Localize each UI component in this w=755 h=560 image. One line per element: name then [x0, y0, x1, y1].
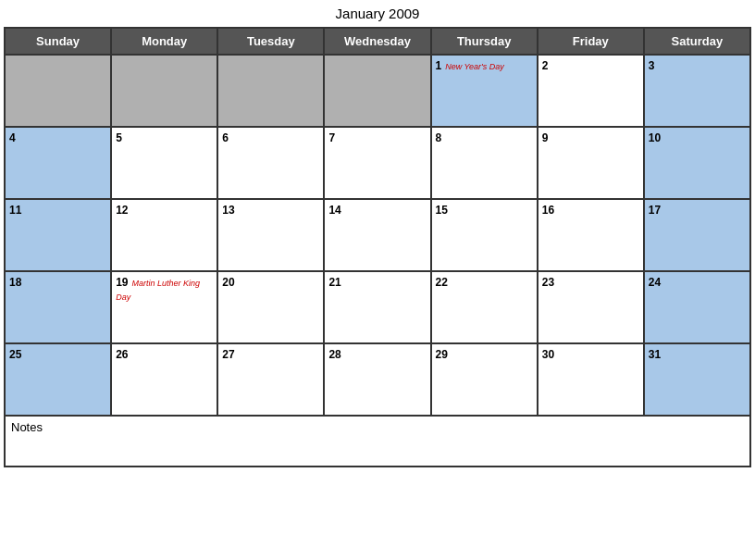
- day-number: 26: [116, 348, 128, 361]
- notes-label: Notes: [11, 420, 43, 434]
- day-cell: 18: [5, 271, 111, 343]
- day-number: 22: [436, 276, 448, 289]
- day-number: 12: [116, 204, 128, 217]
- day-cell: 11: [5, 199, 111, 271]
- holiday-label: New Year's Day: [445, 62, 504, 71]
- day-number: 18: [9, 276, 21, 289]
- day-cell: 4: [5, 127, 111, 199]
- day-cell: 25: [5, 343, 111, 416]
- day-number: 3: [649, 59, 655, 72]
- day-cell: 10: [644, 127, 750, 199]
- day-number: 8: [436, 131, 442, 144]
- day-number: 17: [649, 204, 661, 217]
- day-cell: 31: [644, 343, 750, 416]
- header-row: SundayMondayTuesdayWednesdayThursdayFrid…: [5, 28, 750, 55]
- day-cell: 9: [538, 127, 644, 199]
- day-cell: 29: [431, 343, 538, 416]
- day-cell: 22: [431, 271, 538, 343]
- day-cell: 30: [538, 343, 644, 416]
- day-number: 15: [436, 204, 448, 217]
- day-cell: 17: [644, 199, 750, 271]
- day-cell: 2: [538, 55, 644, 127]
- day-cell: 16: [538, 199, 644, 271]
- week-row-4: 25262728293031: [5, 343, 750, 416]
- day-number: 13: [222, 204, 234, 217]
- day-cell: 20: [217, 271, 324, 343]
- day-number: 9: [542, 131, 549, 144]
- week-row-3: 1819Martin Luther King Day2021222324: [5, 271, 750, 343]
- day-number: 28: [328, 348, 340, 361]
- day-cell: [111, 55, 217, 127]
- day-cell: [324, 55, 430, 127]
- day-number: 23: [542, 276, 554, 289]
- day-number: 16: [542, 204, 554, 217]
- day-cell: 1New Year's Day: [431, 55, 538, 127]
- header-saturday: Saturday: [644, 28, 750, 55]
- week-row-0: 1New Year's Day23: [5, 55, 750, 127]
- day-number: 6: [222, 131, 229, 144]
- day-cell: [5, 55, 111, 127]
- header-wednesday: Wednesday: [324, 28, 430, 55]
- header-monday: Monday: [111, 28, 217, 55]
- day-cell: 12: [111, 199, 217, 271]
- day-cell: 13: [217, 199, 324, 271]
- header-thursday: Thursday: [431, 28, 538, 55]
- day-cell: 5: [111, 127, 217, 199]
- day-number: 30: [542, 348, 554, 361]
- day-cell: 8: [431, 127, 538, 199]
- day-number: 25: [9, 348, 21, 361]
- calendar-table: SundayMondayTuesdayWednesdayThursdayFrid…: [4, 27, 751, 417]
- day-cell: 27: [217, 343, 324, 416]
- day-cell: 6: [217, 127, 324, 199]
- day-cell: 23: [538, 271, 644, 343]
- day-number: 7: [328, 131, 335, 144]
- day-cell: [217, 55, 324, 127]
- day-number: 1: [436, 59, 442, 72]
- day-number: 24: [649, 276, 661, 289]
- day-cell: 14: [324, 199, 430, 271]
- day-number: 4: [9, 131, 16, 144]
- day-number: 27: [222, 348, 234, 361]
- day-number: 31: [649, 348, 661, 361]
- week-row-1: 45678910: [5, 127, 750, 199]
- calendar-title: January 2009: [4, 6, 751, 21]
- day-cell: 19Martin Luther King Day: [111, 271, 217, 343]
- day-cell: 3: [644, 55, 750, 127]
- day-number: 5: [116, 131, 122, 144]
- day-number: 10: [649, 131, 661, 144]
- day-number: 2: [542, 59, 549, 72]
- header-friday: Friday: [538, 28, 644, 55]
- header-sunday: Sunday: [5, 28, 111, 55]
- day-number: 29: [436, 348, 448, 361]
- day-number: 20: [222, 276, 234, 289]
- day-cell: 24: [644, 271, 750, 343]
- day-number: 21: [328, 276, 340, 289]
- day-cell: 7: [324, 127, 430, 199]
- notes-section: Notes: [4, 417, 751, 467]
- header-tuesday: Tuesday: [217, 28, 324, 55]
- day-number: 11: [9, 204, 21, 217]
- day-cell: 26: [111, 343, 217, 416]
- day-number: 14: [328, 204, 340, 217]
- day-cell: 15: [431, 199, 538, 271]
- calendar-container: January 2009 SundayMondayTuesdayWednesda…: [0, 0, 755, 471]
- day-cell: 28: [324, 343, 430, 416]
- week-row-2: 11121314151617: [5, 199, 750, 271]
- day-number: 19: [116, 276, 128, 289]
- day-cell: 21: [324, 271, 430, 343]
